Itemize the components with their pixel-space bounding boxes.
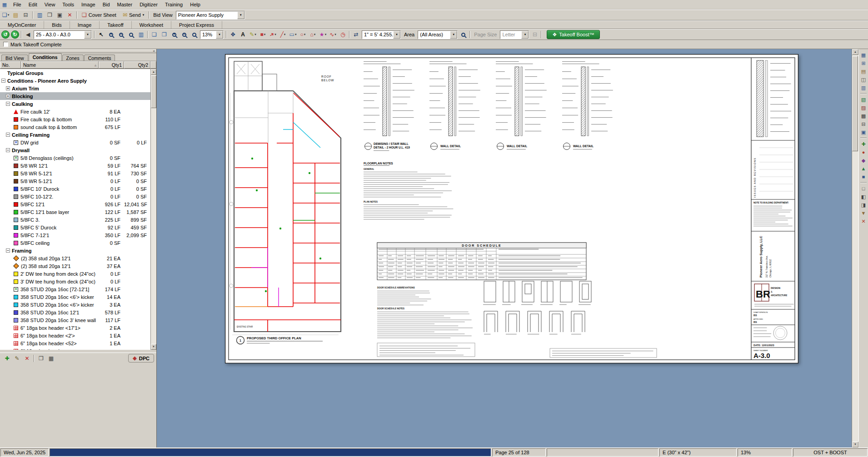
send-dropdown-icon[interactable]: ▾ — [143, 13, 145, 17]
condition-row[interactable]: 358 STUD 20ga 16oc 12'1578 LF — [0, 308, 150, 316]
collapse-icon[interactable]: − — [6, 148, 10, 152]
panel-tab-conditions[interactable]: Conditions — [29, 53, 62, 61]
mark-complete-checkbox[interactable] — [3, 42, 8, 47]
menu-master[interactable]: Master — [114, 0, 136, 9]
condition-row[interactable]: Fire caulk top & bottom110 LF — [0, 115, 150, 123]
rectangle-tool-icon[interactable]: ▭▾ — [288, 30, 298, 39]
side-tool-icon[interactable]: ■ — [859, 173, 868, 180]
side-tool-icon[interactable]: ✚ — [859, 140, 868, 148]
dpc-button[interactable]: ◈ DPC — [128, 354, 154, 363]
menu-image[interactable]: Image — [78, 0, 99, 9]
send-button[interactable]: ✉ Send ▾ — [120, 10, 147, 20]
condition-row[interactable]: 2' DW tee hung from deck (24"oc)0 LF — [0, 270, 150, 278]
select-tool-icon[interactable]: ↖ — [96, 30, 106, 39]
column-header-qty2[interactable]: Qty2 — [124, 61, 150, 69]
scroll-up-icon[interactable]: ▲ — [151, 69, 156, 75]
takeoff-boost-button[interactable]: ❖ Takeoff Boost™ — [547, 30, 599, 39]
condition-grid-icon[interactable]: ▦ — [46, 354, 56, 363]
tab-project-express[interactable]: Project Express — [171, 21, 222, 29]
side-tool-icon[interactable]: ▦ — [859, 51, 868, 59]
forward-icon[interactable]: ↻ — [11, 30, 19, 39]
highlighter-tool-icon[interactable]: ✎▾ — [248, 30, 258, 39]
condition-row[interactable]: (2) 358 stud 20ga 12'137 EA — [0, 262, 150, 270]
side-tool-icon[interactable]: ▩ — [859, 112, 868, 119]
area-combo-dropdown-icon[interactable]: ▾ — [450, 31, 457, 39]
fill-tool-icon[interactable]: ■▾ — [258, 30, 268, 39]
arrow-tool-icon[interactable]: ➔▾ — [268, 30, 278, 39]
side-tool-icon[interactable]: ▥ — [859, 84, 868, 91]
cover-sheet-button[interactable]: ❏ Cover Sheet — [79, 10, 120, 20]
project-combo[interactable]: Pioneer Aero Supply ▾ — [176, 11, 245, 20]
print-page-icon[interactable]: ⊟ — [530, 30, 539, 39]
side-tool-icon[interactable]: □ — [859, 185, 868, 192]
report-icon[interactable]: ▥ — [35, 10, 45, 20]
tab-myoncenter[interactable]: MyOnCenter — [0, 21, 44, 29]
zoom-combo[interactable]: 13% ▾ — [200, 30, 224, 39]
tab-takeoff[interactable]: Takeoff — [100, 21, 131, 29]
menu-view[interactable]: View — [41, 0, 59, 9]
condition-row[interactable]: 5/8FC 5' Durock92 LF459 SF — [0, 224, 150, 231]
condition-group-row[interactable]: +Blocking — [0, 92, 150, 100]
condition-row[interactable]: 358 STUD 20ga 16oc <6'> kicker3 EA — [0, 301, 150, 308]
scroll-thumb[interactable] — [852, 56, 858, 151]
collapse-icon[interactable]: − — [6, 248, 10, 253]
zoom-combo-dropdown-icon[interactable]: ▾ — [216, 31, 223, 39]
side-tool-icon[interactable]: ◫ — [859, 76, 868, 83]
zoom-out-page-icon[interactable]: − — [180, 30, 189, 39]
scroll-down-icon[interactable]: ▼ — [852, 442, 858, 447]
scale-tool-icon[interactable]: ⇄ — [351, 30, 361, 39]
freehand-tool-icon[interactable]: ∿▾ — [328, 30, 338, 39]
open-icon[interactable]: ▤ — [11, 10, 20, 20]
copy-icon[interactable]: ❐ — [45, 10, 55, 20]
side-tool-icon[interactable]: ⊟ — [859, 120, 868, 128]
ellipse-tool-icon[interactable]: ○▾ — [298, 30, 308, 39]
expand-icon[interactable]: + — [6, 86, 10, 90]
column-header-no[interactable]: No. — [0, 61, 21, 69]
zoom-out-icon[interactable]: − — [116, 30, 126, 39]
menu-bid[interactable]: Bid — [99, 0, 114, 9]
side-tool-icon[interactable]: ◆ — [859, 157, 868, 164]
collapse-icon[interactable]: − — [6, 133, 10, 137]
panel-splitter[interactable]: « — [0, 49, 156, 53]
side-tool-icon[interactable]: ▧ — [859, 96, 868, 103]
condition-row[interactable]: 5/8FC 7-12'1350 LF2,099 SF — [0, 231, 150, 239]
side-tool-icon[interactable]: ▤ — [859, 68, 868, 75]
condition-row[interactable]: ✕5/8 Densglass (ceilings)0 SF — [0, 154, 150, 162]
collapse-panel-button[interactable]: « — [153, 49, 155, 53]
side-tool-icon[interactable]: ▲ — [859, 165, 868, 172]
side-tool-icon[interactable]: ● — [859, 149, 868, 156]
lookup-icon[interactable] — [459, 30, 468, 39]
scroll-up-icon[interactable]: ▲ — [852, 49, 858, 55]
line-tool-icon[interactable]: ╱▾ — [278, 30, 288, 39]
panel-tab-zones[interactable]: Zones — [62, 55, 84, 61]
text-tool-icon[interactable]: A — [238, 30, 248, 39]
zoom-in-icon[interactable]: + — [106, 30, 116, 39]
panel-tab-bid-view[interactable]: Bid View — [1, 55, 28, 61]
print-icon[interactable]: ⊟ — [21, 10, 30, 20]
project-combo-dropdown-icon[interactable]: ▾ — [237, 11, 244, 19]
side-tool-icon[interactable]: ✕ — [859, 218, 868, 225]
condition-row[interactable]: (2) 358 stud 20ga 12'121 EA — [0, 254, 150, 262]
page-combo[interactable]: 25 - A3.0 - A3.0 ▾ — [34, 30, 92, 39]
tab-worksheet[interactable]: Worksheet — [132, 21, 171, 29]
condition-row[interactable]: 358 STUD 20ga 16oc <6'> kicker14 EA — [0, 293, 150, 301]
collapse-icon[interactable]: − — [1, 79, 5, 83]
scroll-thumb[interactable] — [151, 75, 156, 108]
tab-bids[interactable]: Bids — [44, 21, 70, 29]
pan-tool-icon[interactable]: ✥ — [228, 30, 238, 39]
condition-group-row[interactable]: −Conditions - Pioneer Aero Supply — [0, 77, 150, 84]
condition-row[interactable]: 5/8 WR 12'159 LF764 SF — [0, 162, 150, 169]
delete-condition-icon[interactable]: ✕ — [22, 354, 32, 363]
menu-tools[interactable]: Tools — [59, 0, 78, 9]
condition-row[interactable]: 5/8FC 10-12'2.0 LF0 SF — [0, 193, 150, 200]
star-tool-icon[interactable]: ★▾ — [318, 30, 328, 39]
condition-row[interactable]: 5/8FC 12'1 base layer122 LF1,587 SF — [0, 208, 150, 216]
column-header-qty1[interactable]: Qty1 — [99, 61, 124, 69]
fit-width-icon[interactable]: ❐ — [160, 30, 169, 39]
condition-row[interactable]: 6" 18ga box header <52>1 EA — [0, 339, 150, 347]
drawing-canvas[interactable]: ROOF BELOW EXISTING STAIR DEMISING / ST — [157, 49, 852, 447]
tab-image[interactable]: Image — [70, 21, 100, 29]
duplicate-condition-icon[interactable]: ❐ — [36, 354, 46, 363]
condition-row[interactable]: 5/8 WR 5-12'10 LF0 SF — [0, 177, 150, 185]
side-tool-icon[interactable]: ▨ — [859, 104, 868, 111]
